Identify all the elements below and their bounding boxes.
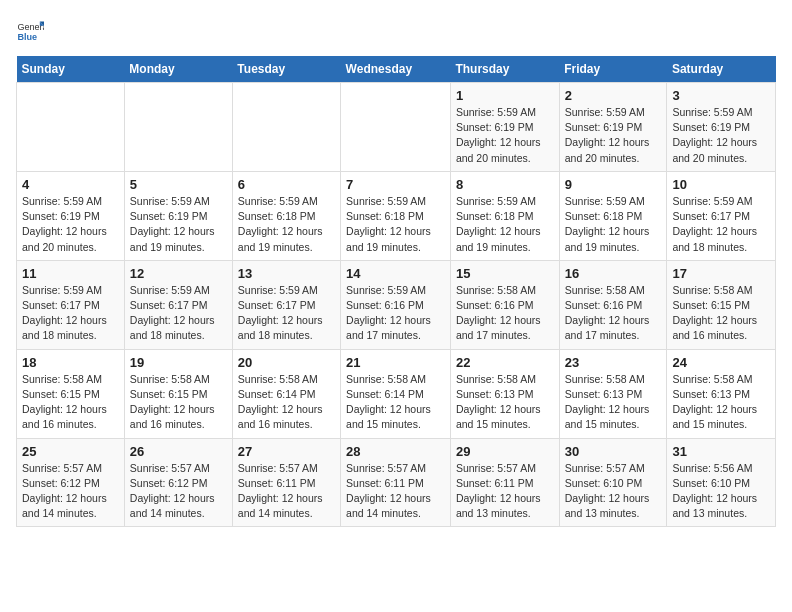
day-info: Sunrise: 5:58 AMSunset: 6:16 PMDaylight:… xyxy=(456,283,554,344)
calendar-cell: 2Sunrise: 5:59 AMSunset: 6:19 PMDaylight… xyxy=(559,83,667,172)
calendar-table: SundayMondayTuesdayWednesdayThursdayFrid… xyxy=(16,56,776,527)
day-info: Sunrise: 5:59 AMSunset: 6:19 PMDaylight:… xyxy=(22,194,119,255)
day-info: Sunrise: 5:58 AMSunset: 6:14 PMDaylight:… xyxy=(238,372,335,433)
calendar-cell: 6Sunrise: 5:59 AMSunset: 6:18 PMDaylight… xyxy=(232,171,340,260)
col-header-monday: Monday xyxy=(124,56,232,83)
calendar-cell: 10Sunrise: 5:59 AMSunset: 6:17 PMDayligh… xyxy=(667,171,776,260)
day-info: Sunrise: 5:58 AMSunset: 6:15 PMDaylight:… xyxy=(22,372,119,433)
calendar-cell: 12Sunrise: 5:59 AMSunset: 6:17 PMDayligh… xyxy=(124,260,232,349)
calendar-cell: 27Sunrise: 5:57 AMSunset: 6:11 PMDayligh… xyxy=(232,438,340,527)
day-number: 19 xyxy=(130,355,227,370)
calendar-cell: 22Sunrise: 5:58 AMSunset: 6:13 PMDayligh… xyxy=(450,349,559,438)
calendar-cell: 7Sunrise: 5:59 AMSunset: 6:18 PMDaylight… xyxy=(341,171,451,260)
day-number: 10 xyxy=(672,177,770,192)
day-number: 16 xyxy=(565,266,662,281)
day-info: Sunrise: 5:58 AMSunset: 6:15 PMDaylight:… xyxy=(672,283,770,344)
day-number: 25 xyxy=(22,444,119,459)
day-number: 9 xyxy=(565,177,662,192)
day-info: Sunrise: 5:59 AMSunset: 6:18 PMDaylight:… xyxy=(346,194,445,255)
day-number: 8 xyxy=(456,177,554,192)
calendar-cell: 25Sunrise: 5:57 AMSunset: 6:12 PMDayligh… xyxy=(17,438,125,527)
day-info: Sunrise: 5:57 AMSunset: 6:12 PMDaylight:… xyxy=(130,461,227,522)
day-number: 13 xyxy=(238,266,335,281)
calendar-cell: 1Sunrise: 5:59 AMSunset: 6:19 PMDaylight… xyxy=(450,83,559,172)
day-info: Sunrise: 5:59 AMSunset: 6:18 PMDaylight:… xyxy=(456,194,554,255)
day-number: 4 xyxy=(22,177,119,192)
calendar-week-2: 4Sunrise: 5:59 AMSunset: 6:19 PMDaylight… xyxy=(17,171,776,260)
svg-text:Blue: Blue xyxy=(17,32,37,42)
day-info: Sunrise: 5:57 AMSunset: 6:10 PMDaylight:… xyxy=(565,461,662,522)
day-info: Sunrise: 5:58 AMSunset: 6:16 PMDaylight:… xyxy=(565,283,662,344)
day-info: Sunrise: 5:59 AMSunset: 6:17 PMDaylight:… xyxy=(672,194,770,255)
calendar-week-3: 11Sunrise: 5:59 AMSunset: 6:17 PMDayligh… xyxy=(17,260,776,349)
col-header-thursday: Thursday xyxy=(450,56,559,83)
calendar-cell xyxy=(124,83,232,172)
day-info: Sunrise: 5:59 AMSunset: 6:19 PMDaylight:… xyxy=(456,105,554,166)
day-info: Sunrise: 5:59 AMSunset: 6:19 PMDaylight:… xyxy=(672,105,770,166)
calendar-week-1: 1Sunrise: 5:59 AMSunset: 6:19 PMDaylight… xyxy=(17,83,776,172)
day-number: 1 xyxy=(456,88,554,103)
calendar-cell: 21Sunrise: 5:58 AMSunset: 6:14 PMDayligh… xyxy=(341,349,451,438)
day-info: Sunrise: 5:57 AMSunset: 6:11 PMDaylight:… xyxy=(346,461,445,522)
calendar-cell: 14Sunrise: 5:59 AMSunset: 6:16 PMDayligh… xyxy=(341,260,451,349)
day-number: 21 xyxy=(346,355,445,370)
day-info: Sunrise: 5:59 AMSunset: 6:17 PMDaylight:… xyxy=(130,283,227,344)
day-info: Sunrise: 5:58 AMSunset: 6:15 PMDaylight:… xyxy=(130,372,227,433)
day-number: 24 xyxy=(672,355,770,370)
day-info: Sunrise: 5:59 AMSunset: 6:19 PMDaylight:… xyxy=(565,105,662,166)
col-header-wednesday: Wednesday xyxy=(341,56,451,83)
day-number: 2 xyxy=(565,88,662,103)
col-header-sunday: Sunday xyxy=(17,56,125,83)
col-header-saturday: Saturday xyxy=(667,56,776,83)
day-number: 27 xyxy=(238,444,335,459)
day-info: Sunrise: 5:57 AMSunset: 6:12 PMDaylight:… xyxy=(22,461,119,522)
calendar-week-4: 18Sunrise: 5:58 AMSunset: 6:15 PMDayligh… xyxy=(17,349,776,438)
day-number: 6 xyxy=(238,177,335,192)
calendar-cell: 18Sunrise: 5:58 AMSunset: 6:15 PMDayligh… xyxy=(17,349,125,438)
day-number: 30 xyxy=(565,444,662,459)
day-number: 5 xyxy=(130,177,227,192)
calendar-cell xyxy=(17,83,125,172)
day-number: 31 xyxy=(672,444,770,459)
calendar-cell xyxy=(232,83,340,172)
calendar-cell: 3Sunrise: 5:59 AMSunset: 6:19 PMDaylight… xyxy=(667,83,776,172)
calendar-cell: 28Sunrise: 5:57 AMSunset: 6:11 PMDayligh… xyxy=(341,438,451,527)
calendar-cell: 19Sunrise: 5:58 AMSunset: 6:15 PMDayligh… xyxy=(124,349,232,438)
day-number: 17 xyxy=(672,266,770,281)
header: General Blue xyxy=(16,16,776,44)
calendar-cell: 23Sunrise: 5:58 AMSunset: 6:13 PMDayligh… xyxy=(559,349,667,438)
day-number: 26 xyxy=(130,444,227,459)
calendar-cell: 5Sunrise: 5:59 AMSunset: 6:19 PMDaylight… xyxy=(124,171,232,260)
logo: General Blue xyxy=(16,16,44,44)
day-info: Sunrise: 5:59 AMSunset: 6:18 PMDaylight:… xyxy=(238,194,335,255)
day-number: 22 xyxy=(456,355,554,370)
day-number: 18 xyxy=(22,355,119,370)
calendar-cell: 8Sunrise: 5:59 AMSunset: 6:18 PMDaylight… xyxy=(450,171,559,260)
logo-icon: General Blue xyxy=(16,16,44,44)
calendar-cell: 31Sunrise: 5:56 AMSunset: 6:10 PMDayligh… xyxy=(667,438,776,527)
day-number: 12 xyxy=(130,266,227,281)
day-info: Sunrise: 5:59 AMSunset: 6:17 PMDaylight:… xyxy=(238,283,335,344)
day-info: Sunrise: 5:59 AMSunset: 6:17 PMDaylight:… xyxy=(22,283,119,344)
day-info: Sunrise: 5:58 AMSunset: 6:13 PMDaylight:… xyxy=(565,372,662,433)
calendar-cell: 24Sunrise: 5:58 AMSunset: 6:13 PMDayligh… xyxy=(667,349,776,438)
calendar-cell xyxy=(341,83,451,172)
day-info: Sunrise: 5:56 AMSunset: 6:10 PMDaylight:… xyxy=(672,461,770,522)
day-number: 29 xyxy=(456,444,554,459)
day-info: Sunrise: 5:58 AMSunset: 6:13 PMDaylight:… xyxy=(672,372,770,433)
day-number: 23 xyxy=(565,355,662,370)
day-number: 20 xyxy=(238,355,335,370)
calendar-cell: 11Sunrise: 5:59 AMSunset: 6:17 PMDayligh… xyxy=(17,260,125,349)
day-number: 3 xyxy=(672,88,770,103)
day-info: Sunrise: 5:57 AMSunset: 6:11 PMDaylight:… xyxy=(456,461,554,522)
day-info: Sunrise: 5:58 AMSunset: 6:14 PMDaylight:… xyxy=(346,372,445,433)
calendar-cell: 9Sunrise: 5:59 AMSunset: 6:18 PMDaylight… xyxy=(559,171,667,260)
day-info: Sunrise: 5:59 AMSunset: 6:19 PMDaylight:… xyxy=(130,194,227,255)
calendar-cell: 16Sunrise: 5:58 AMSunset: 6:16 PMDayligh… xyxy=(559,260,667,349)
day-info: Sunrise: 5:58 AMSunset: 6:13 PMDaylight:… xyxy=(456,372,554,433)
calendar-cell: 15Sunrise: 5:58 AMSunset: 6:16 PMDayligh… xyxy=(450,260,559,349)
calendar-cell: 13Sunrise: 5:59 AMSunset: 6:17 PMDayligh… xyxy=(232,260,340,349)
calendar-week-5: 25Sunrise: 5:57 AMSunset: 6:12 PMDayligh… xyxy=(17,438,776,527)
day-info: Sunrise: 5:59 AMSunset: 6:18 PMDaylight:… xyxy=(565,194,662,255)
day-number: 14 xyxy=(346,266,445,281)
